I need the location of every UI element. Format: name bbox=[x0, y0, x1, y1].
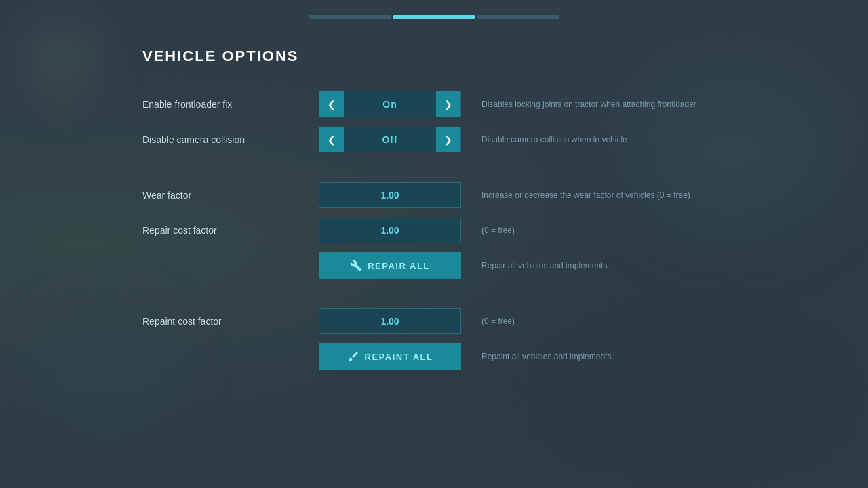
chevron-right-icon: ❯ bbox=[444, 99, 452, 110]
setting-row-frontloader-fix: Enable frontloader fix ❮ On ❯ Disables l… bbox=[142, 87, 726, 122]
label-wear-factor: Wear factor bbox=[142, 190, 319, 201]
desc-repair-all: Repair all vehicles and implements bbox=[481, 261, 726, 270]
repair-all-label: REPAIR ALL bbox=[368, 261, 430, 271]
desc-wear-factor: Increase or decrease the wear factor of … bbox=[481, 190, 726, 200]
chevron-right-icon: ❯ bbox=[444, 134, 452, 145]
toggle-left-camera[interactable]: ❮ bbox=[319, 127, 344, 152]
control-frontloader-fix: ❮ On ❯ bbox=[319, 92, 461, 117]
control-repaint-all: REPAINT ALL bbox=[319, 343, 461, 370]
repaint-all-label: REPAINT ALL bbox=[365, 352, 433, 362]
value-repair-cost: 1.00 bbox=[380, 225, 399, 236]
setting-row-camera-collision: Disable camera collision ❮ Off ❯ Disable… bbox=[142, 122, 726, 157]
control-repair-cost: 1.00 bbox=[319, 218, 461, 243]
chevron-left-icon: ❮ bbox=[328, 134, 336, 145]
label-frontloader-fix: Enable frontloader fix bbox=[142, 99, 319, 110]
toggle-value-camera: Off bbox=[344, 127, 436, 152]
desc-camera-collision: Disable camera collision when in vehicle bbox=[481, 135, 726, 144]
repair-all-button[interactable]: REPAIR ALL bbox=[319, 252, 461, 279]
desc-frontloader-fix: Disables locking joints on tractor when … bbox=[481, 100, 726, 109]
value-repaint-cost: 1.00 bbox=[380, 316, 399, 327]
desc-repaint-cost: (0 = free) bbox=[481, 317, 726, 326]
chevron-left-icon: ❮ bbox=[328, 99, 336, 110]
toggle-camera-collision: ❮ Off ❯ bbox=[319, 127, 461, 152]
toggle-right-camera[interactable]: ❯ bbox=[436, 127, 460, 152]
numeric-repair-cost[interactable]: 1.00 bbox=[319, 218, 461, 243]
setting-row-wear-factor: Wear factor 1.00 Increase or decrease th… bbox=[142, 178, 726, 213]
desc-repaint-all: Repaint all vehicles and implements bbox=[481, 352, 726, 361]
settings-grid: Enable frontloader fix ❮ On ❯ Disables l… bbox=[142, 87, 726, 374]
control-wear-factor: 1.00 bbox=[319, 182, 461, 208]
label-camera-collision: Disable camera collision bbox=[142, 134, 319, 145]
toggle-frontloader-fix: ❮ On ❯ bbox=[319, 92, 461, 117]
value-wear-factor: 1.00 bbox=[380, 190, 399, 201]
toggle-left-frontloader[interactable]: ❮ bbox=[319, 92, 344, 117]
paint-icon bbox=[347, 350, 359, 363]
setting-row-repair-all: REPAIR ALL Repair all vehicles and imple… bbox=[142, 248, 726, 283]
numeric-repaint-cost[interactable]: 1.00 bbox=[319, 308, 461, 334]
repaint-all-button[interactable]: REPAINT ALL bbox=[319, 343, 461, 370]
toggle-right-frontloader[interactable]: ❯ bbox=[436, 92, 460, 117]
control-repaint-cost: 1.00 bbox=[319, 308, 461, 334]
toggle-value-frontloader: On bbox=[344, 92, 436, 117]
setting-row-repair-cost: Repair cost factor 1.00 (0 = free) bbox=[142, 213, 726, 248]
numeric-wear-factor[interactable]: 1.00 bbox=[319, 182, 461, 208]
setting-row-repaint-cost: Repaint cost factor 1.00 (0 = free) bbox=[142, 304, 726, 339]
wrench-icon bbox=[350, 260, 362, 272]
page-title: VEHICLE OPTIONS bbox=[142, 47, 726, 65]
label-repaint-cost: Repaint cost factor bbox=[142, 316, 319, 327]
setting-row-repaint-all: REPAINT ALL Repaint all vehicles and imp… bbox=[142, 339, 726, 374]
desc-repair-cost: (0 = free) bbox=[481, 226, 726, 235]
gap-1 bbox=[142, 157, 726, 178]
control-repair-all: REPAIR ALL bbox=[319, 252, 461, 279]
main-content: VEHICLE OPTIONS Enable frontloader fix ❮… bbox=[0, 0, 868, 401]
control-camera-collision: ❮ Off ❯ bbox=[319, 127, 461, 152]
gap-2 bbox=[142, 283, 726, 304]
label-repair-cost: Repair cost factor bbox=[142, 225, 319, 236]
